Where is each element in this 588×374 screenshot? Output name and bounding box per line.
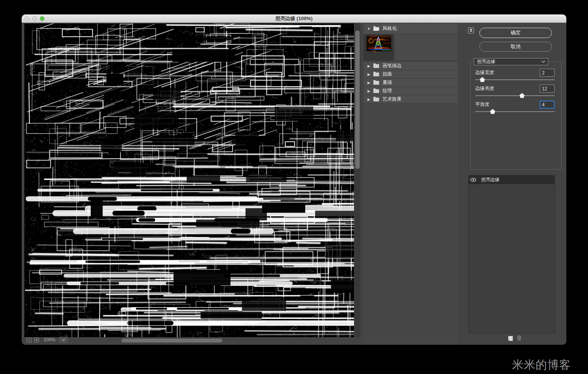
- category-stylize[interactable]: ▼ 风格化: [364, 24, 458, 34]
- zoom-level-value: 100%: [41, 337, 58, 343]
- category-texture[interactable]: ▶ 纹理: [364, 87, 458, 95]
- caret-down-icon: ▼: [367, 27, 371, 31]
- filter-select-value: 照亮边缘: [477, 58, 541, 65]
- watermark-text: 米米的博客: [512, 357, 571, 373]
- collapse-panel-button[interactable]: [468, 27, 474, 33]
- window-title: 照亮边缘 (100%): [22, 14, 566, 23]
- folder-icon: [373, 73, 379, 76]
- filter-gallery-window: 照亮边缘 (100%) − + 100% ▼ 风格化: [22, 14, 566, 345]
- screenshot-stage: 照亮边缘 (100%) − + 100% ▼ 风格化: [0, 0, 588, 374]
- trash-icon: [516, 335, 522, 341]
- cancel-button[interactable]: 取消: [479, 42, 552, 52]
- vertical-scrollbar[interactable]: [354, 24, 360, 337]
- edge-width-input[interactable]: [540, 69, 555, 77]
- smoothness-slider[interactable]: [475, 111, 555, 112]
- zoom-out-button[interactable]: −: [27, 338, 32, 342]
- filter-preview-canvas[interactable]: [24, 24, 354, 337]
- filter-select-dropdown[interactable]: 照亮边缘: [474, 58, 548, 65]
- smoothness-label: 平滑度: [475, 101, 490, 108]
- effect-layer-label: 照亮边缘: [478, 175, 499, 184]
- edge-brightness-label: 边缘亮度: [475, 85, 494, 92]
- edge-width-label: 边缘宽度: [475, 69, 494, 76]
- selected-filter-cell[interactable]: [364, 34, 394, 61]
- category-artistic[interactable]: ▶ 艺术效果: [364, 95, 458, 104]
- ok-button[interactable]: 确定: [479, 28, 552, 38]
- edge-brightness-input[interactable]: [540, 85, 555, 93]
- filter-settings-group: [470, 62, 561, 170]
- double-chevron-up-icon: [469, 28, 473, 32]
- caret-right-icon: ▶: [367, 89, 371, 93]
- zoom-level-dropdown[interactable]: [59, 337, 68, 343]
- eye-icon: [470, 178, 476, 182]
- category-label: 风格化: [383, 25, 397, 32]
- new-effect-layer-button[interactable]: [507, 336, 513, 343]
- titlebar[interactable]: 照亮边缘 (100%): [22, 14, 566, 23]
- glowing-edges-thumbnail[interactable]: [367, 36, 391, 51]
- chevron-down-icon: [62, 339, 65, 341]
- edge-brightness-slider[interactable]: [475, 95, 555, 96]
- open-folder-icon: [373, 27, 379, 31]
- smoothness-input[interactable]: [540, 101, 555, 109]
- category-sketch[interactable]: ▶ 素描: [364, 79, 458, 87]
- caret-right-icon: ▶: [367, 81, 371, 85]
- caret-right-icon: ▶: [367, 98, 371, 101]
- visibility-toggle[interactable]: [469, 175, 478, 184]
- category-brush-strokes[interactable]: ▶ 画笔描边: [364, 62, 458, 70]
- delete-effect-layer-button[interactable]: [516, 335, 522, 342]
- collapsed-categories: ▶ 画笔描边 ▶ 扭曲 ▶ 素描 ▶ 纹理: [364, 62, 458, 104]
- vertical-scrollbar-thumb[interactable]: [355, 30, 360, 169]
- edge-width-slider[interactable]: [475, 79, 555, 80]
- effect-layers-panel: 照亮边缘: [468, 175, 555, 333]
- horizontal-scrollbar-thumb[interactable]: [122, 339, 222, 342]
- zoom-in-button[interactable]: +: [34, 338, 39, 342]
- caret-right-icon: ▶: [367, 73, 371, 76]
- filter-thumbnail-band: [364, 34, 458, 61]
- effect-layer-row[interactable]: 照亮边缘: [469, 175, 555, 184]
- chevron-down-icon: [541, 60, 545, 63]
- filter-category-panel: ▼ 风格化 ▶ 画笔描边 ▶ 扭曲: [364, 24, 458, 345]
- caret-right-icon: ▶: [367, 64, 371, 68]
- new-effect-layer-icon: [507, 336, 513, 341]
- folder-icon: [373, 81, 379, 85]
- category-distort[interactable]: ▶ 扭曲: [364, 70, 458, 79]
- folder-icon: [373, 98, 379, 101]
- folder-icon: [373, 89, 379, 93]
- folder-icon: [373, 64, 379, 68]
